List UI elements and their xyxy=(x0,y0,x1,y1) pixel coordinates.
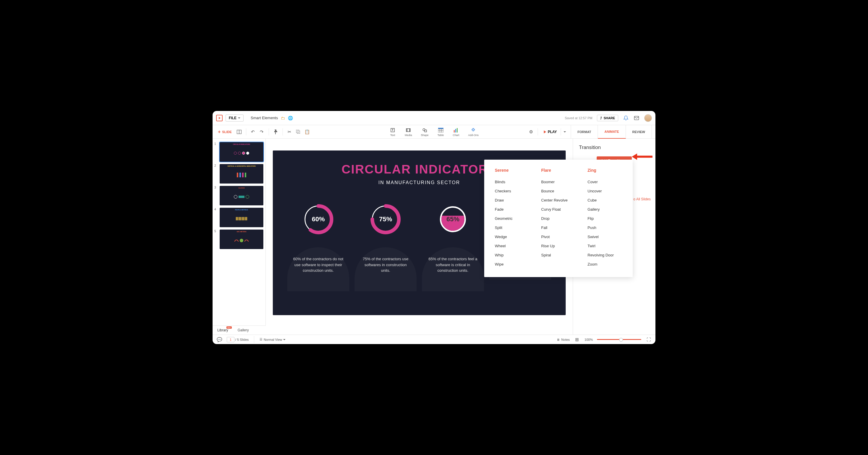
toolbar: +SLIDE ↶ ↷ ✂ ⿻ 📋 TextMediaShapeTableChar… xyxy=(213,125,655,139)
transition-option[interactable]: Push xyxy=(588,223,622,232)
thumbnail-1[interactable]: CIRCULAR INDICATORS xyxy=(220,142,264,162)
transition-option[interactable]: Zoom xyxy=(588,260,622,269)
slide-thumbnails: 1CIRCULAR INDICATORS2VERTICAL & HORIZONT… xyxy=(213,139,266,325)
dropdown-header: Flare xyxy=(541,168,576,173)
apply-to-all-link[interactable]: o All Slides xyxy=(633,197,651,201)
format-painter-icon[interactable] xyxy=(273,129,279,135)
share-button[interactable]: ⤴SHARE xyxy=(597,115,618,121)
annotation-arrow xyxy=(632,153,652,162)
globe-icon[interactable]: 🌐 xyxy=(288,116,293,120)
document-title[interactable]: Smart Elements xyxy=(251,116,278,120)
transition-option[interactable]: Wipe xyxy=(495,260,529,269)
svg-rect-14 xyxy=(457,128,458,132)
folder-icon[interactable]: 🗀 xyxy=(281,116,285,120)
play-button[interactable]: PLAY xyxy=(541,128,568,135)
status-bar: 💬 / 5 Slides ☰Normal View 🗎Notes ⊞ 100% … xyxy=(213,335,655,344)
tool-media[interactable]: Media xyxy=(405,127,412,137)
comments-icon[interactable]: 💬 xyxy=(216,336,223,343)
tool-chart[interactable]: Chart xyxy=(453,127,459,137)
transition-option[interactable]: Cube xyxy=(588,196,622,205)
transition-option[interactable]: Blinds xyxy=(495,177,529,187)
user-avatar[interactable] xyxy=(644,114,652,122)
svg-rect-4 xyxy=(406,128,410,132)
transition-option[interactable]: Geometric xyxy=(495,214,529,223)
transition-option[interactable]: Checkers xyxy=(495,187,529,196)
transition-option[interactable]: Rise Up xyxy=(541,241,576,251)
transition-option[interactable]: Boomer xyxy=(541,177,576,187)
transition-option[interactable]: Fade xyxy=(495,205,529,214)
transition-option[interactable]: Wedge xyxy=(495,232,529,241)
layout-icon[interactable] xyxy=(236,129,242,135)
transition-option[interactable]: Fall xyxy=(541,223,576,232)
transition-option[interactable]: Wheel xyxy=(495,241,529,251)
transition-option[interactable]: Pivot xyxy=(541,232,576,241)
transition-option[interactable]: Center Revolve xyxy=(541,196,576,205)
tool-table[interactable]: Table xyxy=(438,127,444,137)
transition-option[interactable]: Twirl xyxy=(588,241,622,251)
app-logo[interactable] xyxy=(216,115,223,121)
library-tab[interactable]: LibraryNew xyxy=(213,326,233,335)
cut-icon[interactable]: ✂ xyxy=(286,129,293,135)
fit-icon[interactable]: ⛶ xyxy=(645,336,652,343)
dropdown-header: Serene xyxy=(495,168,529,173)
zoom-level: 100% xyxy=(585,338,593,342)
zoom-slider[interactable] xyxy=(597,339,641,340)
transition-option[interactable]: Split xyxy=(495,223,529,232)
notes-button[interactable]: 🗎Notes xyxy=(557,338,570,342)
top-bar: FILE Smart Elements 🗀 🌐 Saved at 12:57 P… xyxy=(213,111,655,125)
gallery-tab[interactable]: Gallery xyxy=(233,326,254,335)
tab-animate[interactable]: ANIMATE xyxy=(598,125,626,139)
view-mode-select[interactable]: ☰Normal View xyxy=(259,337,285,342)
thumbnail-4[interactable]: PEOPLE METRICS xyxy=(220,208,264,227)
thumbnail-5[interactable]: ARC METERS xyxy=(220,230,264,249)
page-number-input[interactable] xyxy=(227,337,235,342)
transition-option[interactable]: Swivel xyxy=(588,232,622,241)
add-slide-button[interactable]: +SLIDE xyxy=(216,128,234,136)
transition-option[interactable]: Flip xyxy=(588,214,622,223)
transition-option[interactable]: Spiral xyxy=(541,251,576,260)
transition-option[interactable]: Drop xyxy=(541,214,576,223)
tab-review[interactable]: REVIEW xyxy=(626,125,652,139)
copy-icon[interactable]: ⿻ xyxy=(295,129,302,135)
transition-option[interactable]: Curvy Float xyxy=(541,205,576,214)
transition-option[interactable]: Whip xyxy=(495,251,529,260)
grid-icon[interactable]: ⊞ xyxy=(574,336,581,343)
svg-rect-13 xyxy=(455,129,456,132)
indicator-2: 75%75% of the contractors use softwares … xyxy=(354,203,416,291)
redo-icon[interactable]: ↷ xyxy=(259,129,265,135)
settings-icon[interactable]: ⚙ xyxy=(528,129,534,135)
dropdown-header: Zing xyxy=(588,168,622,173)
transition-option[interactable]: Draw xyxy=(495,196,529,205)
tool-text[interactable]: Text xyxy=(390,127,396,137)
saved-status: Saved at 12:57 PM xyxy=(565,116,593,120)
tool-shape[interactable]: Shape xyxy=(421,127,428,137)
transition-option[interactable]: Revolving Door xyxy=(588,251,622,260)
thumbnail-2[interactable]: VERTICAL & HORIZONTAL INDICATORS xyxy=(220,164,264,184)
svg-rect-12 xyxy=(454,130,455,132)
tool-add-ons[interactable]: Add-Ons xyxy=(468,127,479,137)
bell-icon[interactable] xyxy=(623,115,629,121)
mail-icon[interactable] xyxy=(633,115,640,121)
transition-dropdown: SereneBlindsCheckersDrawFadeGeometricSpl… xyxy=(484,160,633,277)
thumbnail-3[interactable]: CLOCKS xyxy=(220,186,264,205)
svg-rect-7 xyxy=(438,128,443,129)
indicator-3: 65%65% of the contractors feel a softwar… xyxy=(422,203,484,291)
undo-icon[interactable]: ↶ xyxy=(250,129,256,135)
transition-option[interactable]: Gallery xyxy=(588,205,622,214)
page-total: / 5 Slides xyxy=(235,338,249,342)
transition-option[interactable]: Bounce xyxy=(541,187,576,196)
panel-title: Transition xyxy=(579,144,650,151)
file-menu-button[interactable]: FILE xyxy=(225,115,244,122)
transition-option[interactable]: Uncover xyxy=(588,187,622,196)
transition-option[interactable]: Cover xyxy=(588,177,622,187)
indicator-1: 60%60% of the contractors do not use sof… xyxy=(287,203,349,291)
paste-icon[interactable]: 📋 xyxy=(304,129,311,135)
tab-format[interactable]: FORMAT xyxy=(571,125,598,139)
